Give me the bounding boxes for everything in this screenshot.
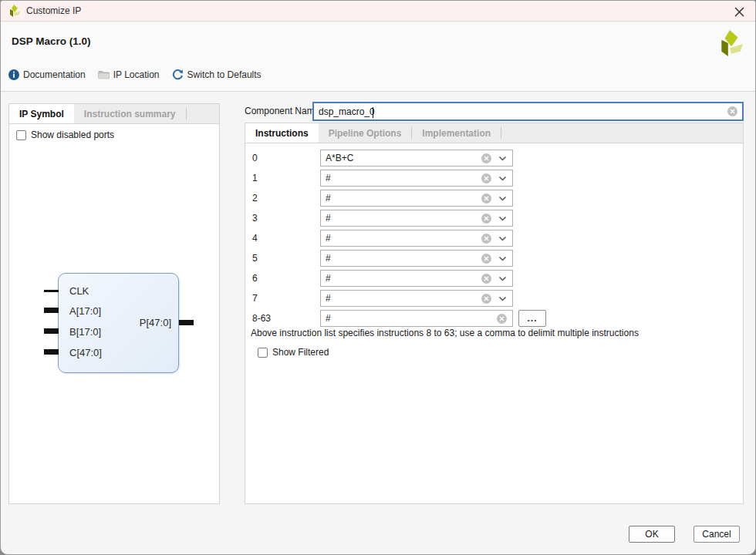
switch-to-defaults-link[interactable]: Switch to Defaults — [172, 69, 262, 80]
clear-icon[interactable] — [481, 274, 491, 284]
combobox-value: # — [326, 273, 474, 284]
component-name-field — [312, 102, 744, 121]
dsp-symbol: CLK A[17:0] B[17:0] C[47:0] P[47:0] — [58, 273, 179, 373]
options-panel: Instructions Pipeline Options Implementa… — [245, 123, 744, 504]
clear-icon[interactable] — [481, 193, 491, 204]
combobox-value: # — [326, 293, 474, 304]
bulk-instruction-field[interactable]: # — [320, 310, 513, 327]
port-p-label: P[47:0] — [140, 317, 171, 328]
close-button[interactable] — [732, 5, 746, 18]
ok-button[interactable]: OK — [629, 526, 675, 543]
row-index: 8-63 — [252, 313, 271, 324]
tab-implementation[interactable]: Implementation — [412, 123, 501, 143]
instruction-combobox-1[interactable]: # — [320, 170, 513, 187]
instruction-note: Above instruction list specifies instruc… — [251, 328, 639, 338]
instruction-combobox-6[interactable]: # — [320, 270, 513, 287]
clear-icon[interactable] — [481, 294, 491, 304]
instruction-row-3: 3 # — [245, 210, 743, 227]
instruction-combobox-7[interactable]: # — [320, 290, 513, 307]
ip-location-link[interactable]: IP Location — [98, 69, 160, 80]
show-filtered-row: Show Filtered — [258, 347, 329, 358]
clear-icon[interactable] — [727, 106, 737, 116]
tab-separator — [186, 108, 187, 119]
clear-icon[interactable] — [481, 214, 491, 224]
clear-icon[interactable] — [497, 314, 507, 324]
show-disabled-ports-checkbox[interactable] — [16, 130, 26, 140]
row-index: 7 — [252, 293, 258, 304]
chevron-down-icon — [498, 274, 507, 283]
chevron-down-icon — [498, 174, 507, 183]
clear-icon[interactable] — [481, 234, 491, 244]
combobox-value: # — [326, 233, 474, 244]
tab-pipeline-options[interactable]: Pipeline Options — [319, 123, 412, 143]
instruction-row-5: 5 # — [245, 250, 743, 267]
text-caret — [373, 107, 373, 118]
combobox-value: # — [326, 173, 474, 183]
combobox-value: # — [326, 193, 474, 204]
instruction-row-4: 4 # — [245, 230, 743, 247]
instruction-combobox-0[interactable]: A*B+C — [320, 150, 513, 166]
instruction-combobox-2[interactable]: # — [320, 190, 513, 207]
instruction-row-7: 7 # — [245, 290, 743, 307]
show-disabled-ports-label: Show disabled ports — [31, 130, 114, 140]
customize-ip-dialog: Customize IP DSP Macro (1.0) Documentati… — [0, 0, 756, 555]
chevron-down-icon — [498, 234, 507, 243]
dialog-header: DSP Macro (1.0) Documentation IP Loc — [1, 22, 755, 92]
a-port-stub — [44, 308, 59, 313]
row-index: 1 — [252, 173, 258, 183]
show-filtered-checkbox[interactable] — [258, 348, 268, 358]
instruction-row-8-63: 8-63 # ... — [245, 310, 743, 327]
show-disabled-ports-row: Show disabled ports — [16, 130, 114, 140]
tab-instructions-label: Instructions — [255, 128, 309, 139]
instruction-combobox-5[interactable]: # — [320, 250, 513, 267]
toolbar: Documentation IP Location Switch to Defa… — [8, 69, 262, 80]
instruction-row-1: 1 # — [245, 170, 743, 187]
dialog-title: Customize IP — [26, 5, 81, 16]
chevron-down-icon — [498, 214, 507, 223]
row-index: 6 — [252, 273, 258, 284]
port-a-label: A[17:0] — [69, 305, 101, 317]
xilinx-logo — [718, 30, 743, 56]
documentation-link[interactable]: Documentation — [8, 69, 86, 80]
port-clk-label: CLK — [69, 285, 89, 297]
clear-icon[interactable] — [481, 153, 491, 163]
row-index: 2 — [252, 193, 258, 204]
tab-ip-symbol-label: IP Symbol — [19, 109, 64, 119]
refresh-icon — [172, 69, 184, 80]
clear-icon[interactable] — [481, 254, 491, 264]
tab-instruction-summary-label: Instruction summary — [84, 109, 176, 119]
tab-pipeline-options-label: Pipeline Options — [329, 128, 402, 139]
row-index: 3 — [252, 213, 258, 224]
row-index: 0 — [252, 153, 258, 163]
row-index: 4 — [252, 233, 258, 244]
bulk-instruction-value: # — [326, 313, 490, 324]
port-c-label: C[47:0] — [69, 347, 102, 358]
instruction-combobox-3[interactable]: # — [320, 210, 513, 227]
tab-ip-symbol[interactable]: IP Symbol — [9, 104, 74, 123]
options-tabbar: Instructions Pipeline Options Implementa… — [245, 123, 743, 143]
show-filtered-label: Show Filtered — [272, 347, 329, 358]
instruction-row-0: 0 A*B+C — [245, 150, 743, 166]
combobox-value: # — [326, 213, 474, 224]
tab-instruction-summary[interactable]: Instruction summary — [74, 104, 186, 123]
clear-icon[interactable] — [481, 173, 491, 183]
info-icon — [8, 69, 19, 80]
close-icon — [734, 7, 744, 17]
tab-instructions[interactable]: Instructions — [245, 123, 319, 143]
chevron-down-icon — [498, 154, 507, 163]
cancel-button[interactable]: Cancel — [694, 526, 740, 543]
combobox-value: # — [326, 253, 474, 264]
port-b-label: B[17:0] — [69, 326, 101, 338]
ip-location-label: IP Location — [113, 69, 160, 80]
folder-icon — [98, 69, 110, 79]
b-port-stub — [44, 328, 59, 334]
instruction-combobox-4[interactable]: # — [320, 230, 513, 247]
documentation-label: Documentation — [23, 69, 86, 80]
row-index: 5 — [252, 253, 258, 264]
instruction-row-2: 2 # — [245, 190, 743, 207]
ip-title: DSP Macro (1.0) — [12, 35, 91, 47]
component-name-input[interactable] — [319, 106, 727, 117]
more-button[interactable]: ... — [518, 310, 546, 327]
tab-implementation-label: Implementation — [422, 128, 491, 139]
chevron-down-icon — [498, 294, 507, 303]
